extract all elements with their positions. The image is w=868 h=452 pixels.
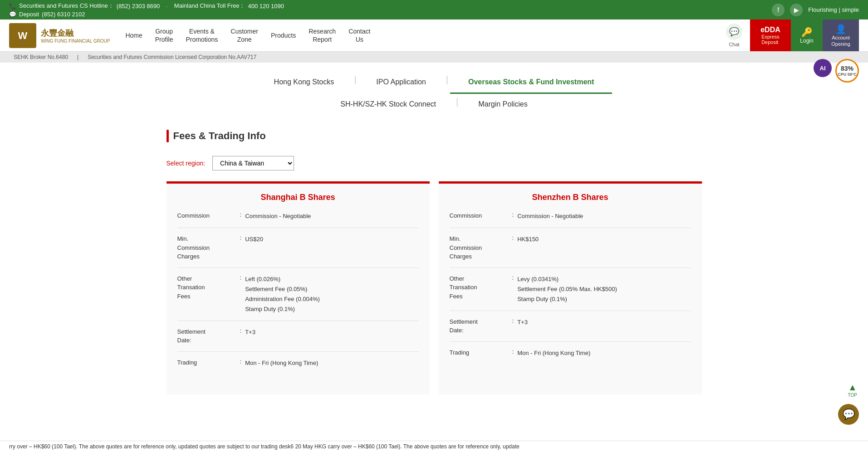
separator: · (166, 3, 168, 10)
shenzhen-title: Shenzhen B Shares (450, 193, 691, 202)
shanghai-trading-val: Mon - Fri (Hong Kong Time) (245, 358, 318, 368)
shenzhen-trading-row: Trading : Mon - Fri (Hong Kong Time) (450, 348, 691, 365)
shenzhen-commission-val: Commission - Negotiable (517, 211, 583, 221)
region-label: Select region: (167, 160, 206, 167)
nav-products[interactable]: Products (265, 28, 302, 43)
account-opening-button[interactable]: 👤 AccountOpening (823, 19, 859, 51)
logo[interactable]: W 永豐金融 WING FUNG FINANCIAL GROUP (9, 23, 110, 48)
tab-overseas[interactable]: Overseas Stocks & Fund Investment (450, 72, 612, 94)
shenzhen-commission-key: Commission (450, 211, 509, 220)
account-icon: 👤 (835, 24, 847, 34)
license-bar: SEHK Broker No.6480 | Securities and Fut… (0, 52, 868, 63)
shanghai-title: Shanghai B Shares (177, 193, 419, 202)
facebook-icon[interactable]: f (772, 4, 785, 16)
license-separator: | (77, 54, 78, 60)
key-icon: 🔑 (801, 27, 813, 38)
youtube-icon[interactable]: ▶ (790, 4, 803, 16)
cpu-percent: 83% (841, 65, 853, 72)
toll-free-number: 400 120 1090 (248, 3, 284, 10)
float-chat-button[interactable]: 💬 (838, 404, 859, 408)
edda-title: eDDA (760, 26, 780, 34)
nav-home[interactable]: Home (119, 28, 148, 43)
login-label: Login (800, 38, 813, 44)
shanghai-settlement-key: SettlementDate: (177, 327, 236, 345)
shanghai-fees-val: Left (0.026%) Settlement Fee (0.05%) Adm… (245, 274, 320, 314)
shenzhen-trading-key: Trading (450, 348, 509, 357)
section-title: Fees & Trading Info (167, 130, 702, 142)
edda-button[interactable]: eDDA ExpressDeposit (750, 19, 791, 51)
deposit-row: 💬 Deposit (852) 6310 2102 (9, 11, 284, 18)
shanghai-commission-val: Commission - Negotiable (245, 211, 311, 221)
shenzhen-settlement-key: SettlementDate: (450, 317, 509, 335)
phone-icon: 📞 (9, 3, 16, 10)
tab-stock-connect[interactable]: SH-HK/SZ-HK Stock Connect (322, 94, 454, 116)
svg-text:W: W (18, 30, 28, 41)
shenzhen-min-key: Min.CommissionCharges (450, 234, 509, 261)
shanghai-settlement-row: SettlementDate: : T+3 (177, 327, 419, 352)
nav-contact-us[interactable]: ContactUs (342, 24, 377, 47)
chat-icon: 💬 (726, 24, 742, 40)
logo-chinese: 永豐金融 (41, 28, 110, 39)
tab-hk-stocks[interactable]: Hong Kong Stocks (256, 72, 353, 94)
region-select[interactable]: China & Taiwan US Stocks Japan UK Austra… (212, 156, 294, 170)
section-title-bar (167, 130, 169, 142)
shenzhen-min-commission-row: Min.CommissionCharges : HK$150 (450, 234, 691, 268)
ai-badge[interactable]: AI (814, 59, 832, 77)
region-row: Select region: China & Taiwan US Stocks … (167, 156, 702, 170)
license-number: Securities and Futures Commission Licens… (88, 54, 256, 60)
shanghai-fees-key: OtherTransationFees (177, 274, 236, 301)
account-label: AccountOpening (831, 34, 850, 48)
shanghai-settlement-val: T+3 (245, 327, 255, 337)
top-bar: 📞 Securities and Futures CS Hotline： (85… (0, 0, 868, 19)
shanghai-card: Shanghai B Shares Commission : Commissio… (167, 181, 430, 394)
nav-events[interactable]: Events &Promotions (179, 24, 224, 47)
hotline-label: Securities and Futures CS Hotline： (19, 2, 114, 10)
tab-separator-3: | (456, 97, 458, 113)
logo-icon: W (9, 23, 36, 48)
chat-label: Chat (729, 42, 739, 47)
whatsapp-icon: 💬 (9, 11, 16, 18)
nav-links: Home GroupProfile Events &Promotions Cus… (119, 24, 718, 47)
tab-separator-2: | (446, 74, 448, 91)
shanghai-other-fees-row: OtherTransationFees : Left (0.026%) Sett… (177, 274, 419, 321)
section-heading: Fees & Trading Info (173, 130, 266, 142)
sub-nav-row1: Hong Kong Stocks | IPO Application | Ove… (18, 72, 850, 94)
arrow-up-icon: ▲ (848, 382, 857, 393)
cpu-badge: 83% CPU 58°C (835, 59, 859, 83)
shenzhen-commission-row: Commission : Commission - Negotiable (450, 211, 691, 228)
logo-text: 永豐金融 WING FUNG FINANCIAL GROUP (41, 28, 110, 44)
deposit-label: Deposit (19, 11, 39, 18)
tab-ipo[interactable]: IPO Application (358, 72, 444, 94)
logo-english: WING FUNG FINANCIAL GROUP (41, 39, 110, 44)
nav-customer-zone[interactable]: CustomerZone (224, 24, 265, 47)
contact-info: 📞 Securities and Futures CS Hotline： (85… (9, 2, 284, 18)
shanghai-trading-key: Trading (177, 358, 236, 367)
shanghai-min-val: US$20 (245, 234, 263, 244)
shanghai-trading-row: Trading : Mon - Fri (Hong Kong Time) (177, 358, 419, 374)
social-links: f ▶ Flourishing | simple (772, 4, 859, 16)
nav-group-profile[interactable]: GroupProfile (149, 24, 180, 47)
deposit-number: (852) 6310 2102 (42, 11, 85, 18)
hotline-row: 📞 Securities and Futures CS Hotline： (85… (9, 2, 284, 10)
tab-margin[interactable]: Margin Policies (460, 94, 545, 116)
cards-container: Shanghai B Shares Commission : Commissio… (167, 181, 702, 394)
shenzhen-min-val: HK$150 (517, 234, 539, 244)
page-content: Fees & Trading Info Select region: China… (139, 116, 729, 408)
shenzhen-fees-key: OtherTransationFees (450, 274, 509, 301)
nav-bar: W 永豐金融 WING FUNG FINANCIAL GROUP Home Gr… (0, 19, 868, 52)
cpu-temp: CPU 58°C (838, 72, 857, 77)
edda-sub: ExpressDeposit (761, 34, 780, 45)
shanghai-commission-key: Commission (177, 211, 236, 220)
chat-button[interactable]: 💬 Chat (718, 20, 750, 51)
tab-separator-1: | (354, 74, 356, 91)
shenzhen-other-fees-row: OtherTransationFees : Levy (0.0341%) Set… (450, 274, 691, 311)
shenzhen-fees-val: Levy (0.0341%) Settlement Fee (0.05% Max… (517, 274, 617, 304)
sub-nav-row2: SH-HK/SZ-HK Stock Connect | Margin Polic… (18, 94, 850, 116)
login-button[interactable]: 🔑 Login (791, 19, 823, 51)
top-label: TOP (848, 393, 857, 398)
nav-research-report[interactable]: ResearchReport (302, 24, 342, 47)
back-to-top-button[interactable]: ▲ TOP (848, 382, 857, 398)
toll-free-label: Mainland China Toll Free： (174, 2, 245, 10)
sub-nav: Hong Kong Stocks | IPO Application | Ove… (0, 63, 868, 116)
hotline-number: (852) 2303 8690 (117, 3, 160, 10)
